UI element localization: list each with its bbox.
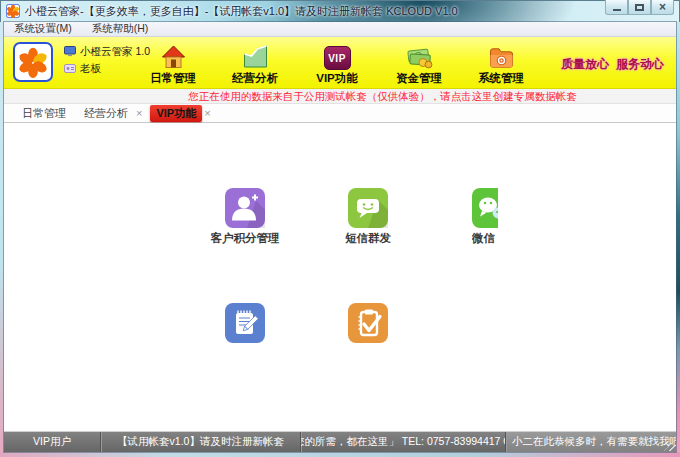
toolbar-button-funds[interactable]: 资金管理 (378, 39, 460, 87)
monitor-icon (64, 46, 76, 57)
toolbar-button-analysis[interactable]: 经营分析 (214, 39, 296, 87)
clipboard-check-icon (348, 303, 388, 343)
menu-system-settings[interactable]: 系统设置(M) (11, 22, 75, 36)
app-logo-icon (6, 4, 20, 18)
feature-notepad-edit[interactable] (185, 303, 305, 346)
toolbar-button-daily[interactable]: 日常管理 (132, 39, 214, 87)
app-window: 小橙云管家-【更多效率，更多自由】-【试用帐套v1.0】请及时注册新帐套 KCL… (0, 0, 680, 457)
statusbar: VIP用户 【试用帐套v1.0】请及时注册新帐套 「您的所需，都在这里」 TEL… (4, 431, 676, 452)
boss-card-icon (64, 64, 76, 73)
orange-fruit-icon (17, 46, 49, 78)
orange-logo (13, 42, 53, 82)
close-button[interactable]: × (651, 0, 674, 15)
folder-gear-icon (488, 39, 515, 70)
maximize-button[interactable] (628, 0, 651, 15)
customer-points-icon (225, 188, 265, 228)
menu-system-help[interactable]: 系统帮助(H) (89, 22, 152, 36)
vip-icon: VIP (324, 39, 351, 70)
status-contact: 「您的所需，都在这里」 TEL: 0757-83994417 QQ: (300, 432, 505, 452)
vip-functions-panel: 客户积分管理 短信群发 (4, 123, 676, 431)
wechat-icon (472, 188, 498, 228)
window-border-right (676, 22, 680, 457)
window-controls: × (605, 0, 674, 15)
status-message-text: 小二在此恭候多时，有需要就找我吧。小橙即将奉献三道新 (512, 435, 676, 449)
toolbar-button-system[interactable]: 系统管理 (460, 39, 542, 87)
menubar: 系统设置(M) 系统帮助(H) (4, 22, 676, 37)
toolbar-button-vip[interactable]: VIP VIP功能 (296, 39, 378, 87)
user-role-label: 老板 (80, 62, 101, 76)
tab-close-icon[interactable]: × (136, 107, 142, 119)
status-message: 小二在此恭候多时，有需要就找我吧。小橙即将奉献三道新 (505, 432, 676, 452)
tab-close-icon[interactable]: × (204, 107, 210, 119)
status-user-type: VIP用户 (4, 432, 100, 452)
feature-label: 微信 (472, 231, 495, 246)
feature-clipboard-check[interactable] (308, 303, 428, 346)
feature-label: 客户积分管理 (211, 231, 280, 246)
maximize-icon (635, 4, 644, 11)
minimize-button[interactable] (605, 0, 628, 15)
toolbar-buttons: 日常管理 经营分析 VIP VIP功能 (132, 39, 542, 87)
app-body: 系统设置(M) 系统帮助(H) (4, 22, 676, 452)
toolbar-button-label: 资金管理 (396, 71, 442, 86)
toolbar-button-label: 日常管理 (150, 71, 196, 86)
window-border-bottom (0, 452, 680, 457)
toolbar: 小橙云管家 1.0 老板 (4, 37, 676, 89)
slogan-text: 质量放心 服务动心 (561, 56, 664, 73)
titlebar[interactable]: 小橙云管家-【更多效率，更多自由】-【试用帐套v1.0】请及时注册新帐套 KCL… (0, 0, 680, 22)
tab-business-analysis[interactable]: 经营分析 (78, 105, 134, 122)
toolbar-button-label: 经营分析 (232, 71, 278, 86)
status-account-info: 【试用帐套v1.0】请及时注册新帐套 (100, 432, 300, 452)
close-icon: × (659, 1, 666, 13)
home-icon (160, 39, 187, 70)
tab-daily-management[interactable]: 日常管理 (16, 105, 72, 122)
tabbar: 日常管理 经营分析 × VIP功能 × (4, 104, 676, 123)
chart-icon (242, 39, 269, 70)
feature-label: 短信群发 (345, 231, 391, 246)
toolbar-button-label: 系统管理 (478, 71, 524, 86)
notepad-edit-icon (225, 303, 265, 343)
feature-customer-points[interactable]: 客户积分管理 (185, 188, 305, 246)
minimize-icon (613, 4, 621, 11)
vip-badge-text: VIP (324, 46, 351, 70)
toolbar-button-label: VIP功能 (316, 71, 358, 86)
notice-bar[interactable]: 您正在使用的数据来自于公用测试帐套（仅供体验），请点击这里创建专属数据帐套 (4, 89, 676, 104)
tab-vip-functions[interactable]: VIP功能 (150, 105, 202, 122)
feature-wechat[interactable]: 微信 (472, 188, 498, 248)
sms-broadcast-icon (348, 188, 388, 228)
money-icon (406, 39, 433, 70)
window-title: 小橙云管家-【更多效率，更多自由】-【试用帐套v1.0】请及时注册新帐套 KCL… (25, 4, 458, 19)
feature-sms-broadcast[interactable]: 短信群发 (308, 188, 428, 246)
